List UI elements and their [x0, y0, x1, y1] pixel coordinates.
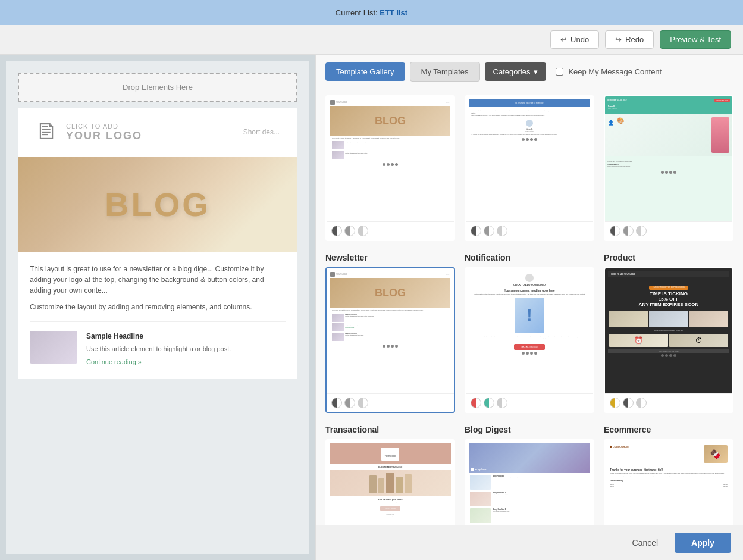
- transactional-card[interactable]: YOUR LOGO CLICK TO ADD YOUR LOGO: [325, 439, 455, 525]
- keep-content-label: Keep My Message Content: [568, 67, 662, 76]
- swatch-dark[interactable]: [610, 226, 620, 236]
- ecommerce-preview: ⬢ LOGOLORUM 🍫 Thanks for your purchase {…: [605, 440, 732, 525]
- undo-label: Undo: [570, 35, 589, 44]
- modal-footer: Cancel Apply: [316, 525, 743, 560]
- keep-content-option[interactable]: Keep My Message Content: [556, 67, 662, 76]
- swatch-light[interactable]: [358, 226, 368, 236]
- categories-label: Categories: [493, 67, 531, 76]
- newsletter-label: Newsletter: [325, 253, 455, 262]
- modal-header: Template Gallery My Templates Categories…: [316, 55, 743, 89]
- swatch-light[interactable]: [497, 226, 507, 236]
- paragraph1: This layout is great to use for a newsle…: [30, 264, 286, 296]
- preview-label: Preview & Test: [670, 35, 721, 44]
- swatch-mid[interactable]: [344, 398, 355, 408]
- swatch-light[interactable]: [636, 226, 647, 236]
- template-card-top-3[interactable]: September 17-18, 2019 REGISTER NOW Name …: [604, 95, 733, 241]
- undo-button[interactable]: ↩ Undo: [550, 30, 599, 49]
- notification-card[interactable]: CLICK TO ADD YOUR LOGO Your announcement…: [465, 267, 594, 413]
- undo-icon: ↩: [560, 35, 567, 44]
- swatch-light[interactable]: [358, 398, 368, 408]
- swatch-dark[interactable]: [331, 226, 342, 236]
- main-content: Drop Elements Here 🖹 CLICK TO ADD YOUR L…: [0, 55, 743, 560]
- transactional-section: Transactional YOUR LOGO CLICK TO ADD YOU…: [325, 423, 455, 525]
- apply-button[interactable]: Apply: [675, 533, 731, 553]
- swatch-teal[interactable]: [484, 398, 494, 408]
- swatch-red[interactable]: [471, 398, 481, 408]
- blog-digest-preview: ⬢ logolorum Blog Headline Short preview …: [466, 440, 593, 525]
- product-section: Product CLICK TO ADD YOUR LOGO HURRY! TH…: [604, 251, 733, 413]
- drop-zone-text: Drop Elements Here: [123, 83, 193, 92]
- swatch-light[interactable]: [497, 398, 507, 408]
- section-row-2: Transactional YOUR LOGO CLICK TO ADD YOU…: [325, 423, 733, 525]
- notification-swatches: [466, 393, 593, 412]
- swatch-dark[interactable]: [471, 226, 481, 236]
- apply-label: Apply: [691, 538, 714, 548]
- swatch-gold[interactable]: [610, 398, 620, 408]
- notification-preview: CLICK TO ADD YOUR LOGO Your announcement…: [466, 268, 593, 393]
- ecommerce-label: Ecommerce: [604, 425, 733, 434]
- tab-gallery-label: Template Gallery: [336, 67, 394, 76]
- swatch-light[interactable]: [636, 398, 647, 408]
- product-card[interactable]: CLICK TO ADD YOUR LOGO HURRY! THIS OFFER…: [604, 267, 733, 413]
- newsletter-section: Newsletter YOUR LOGO Short... BLOG: [325, 251, 455, 413]
- redo-button[interactable]: ↪ Redo: [605, 30, 654, 49]
- logo-text: CLICK TO ADD YOUR LOGO: [66, 123, 142, 142]
- blog-image: BLOG: [18, 157, 297, 252]
- swatch-mid[interactable]: [484, 226, 494, 236]
- redo-label: Redo: [625, 35, 644, 44]
- tab-gallery-button[interactable]: Template Gallery: [325, 62, 405, 81]
- click-to-add: CLICK TO ADD: [66, 123, 142, 130]
- article-image: [30, 331, 77, 364]
- continue-link[interactable]: Continue reading »: [86, 358, 142, 365]
- template-card-top-2[interactable]: Hi {firstname_fix}, Nice to meet you! A …: [465, 95, 594, 241]
- preview-button[interactable]: Preview & Test: [660, 30, 731, 49]
- top-row-cards: YOUR LOGO Short... BLOG This layout is g…: [325, 95, 733, 241]
- template-preview-top-2: Hi {firstname_fix}, Nice to meet you! A …: [466, 96, 593, 221]
- newsletter-card[interactable]: YOUR LOGO Short... BLOG This block is gr…: [325, 267, 455, 413]
- notification-label: Notification: [465, 253, 594, 262]
- drop-zone: Drop Elements Here: [18, 73, 297, 102]
- redo-icon: ↪: [615, 35, 622, 44]
- template-gallery-modal: Template Gallery My Templates Categories…: [315, 55, 743, 560]
- newsletter-preview: YOUR LOGO Short... BLOG This block is gr…: [327, 268, 454, 393]
- color-swatches-top-1: [327, 221, 454, 240]
- paragraph2: Customize the layout by adding and remov…: [30, 302, 286, 312]
- blog-digest-label: Blog Digest: [465, 425, 594, 434]
- template-card-top-1[interactable]: YOUR LOGO Short... BLOG This layout is g…: [325, 95, 455, 241]
- product-swatches: [605, 393, 732, 412]
- article-content: Sample Headline Use this article element…: [86, 331, 231, 367]
- ecommerce-card[interactable]: ⬢ LOGOLORUM 🍫 Thanks for your purchase {…: [604, 439, 733, 525]
- blog-digest-section: Blog Digest ⬢ logolorum: [465, 423, 594, 525]
- keep-content-checkbox[interactable]: [556, 68, 563, 76]
- categories-button[interactable]: Categories ▾: [485, 62, 547, 81]
- logo-area: 🖹 CLICK TO ADD YOUR LOGO Short des...: [18, 108, 297, 157]
- modal-body[interactable]: YOUR LOGO Short... BLOG This layout is g…: [316, 89, 743, 525]
- content-area: This layout is great to use for a newsle…: [18, 252, 297, 379]
- your-logo: YOUR LOGO: [66, 130, 142, 142]
- color-swatches-top-2: [466, 221, 593, 240]
- cancel-button[interactable]: Cancel: [623, 533, 668, 552]
- logo-icon: 🖹: [36, 120, 57, 145]
- article-row: Sample Headline Use this article element…: [30, 331, 286, 367]
- editor-inner: Drop Elements Here 🖹 CLICK TO ADD YOUR L…: [6, 61, 309, 554]
- tab-my-templates-button[interactable]: My Templates: [410, 62, 480, 82]
- cancel-label: Cancel: [632, 538, 659, 548]
- swatch-dark[interactable]: [331, 398, 342, 408]
- current-list-label: Current List:: [336, 8, 378, 17]
- top-bar: Current List: ETT list: [0, 0, 743, 25]
- blog-text-overlay: BLOG: [105, 185, 211, 224]
- ecommerce-section: Ecommerce ⬢ LOGOLORUM 🍫: [604, 423, 733, 525]
- short-description: Short des...: [243, 128, 280, 136]
- section-row-1: Newsletter YOUR LOGO Short... BLOG: [325, 251, 733, 413]
- swatch-mid[interactable]: [623, 226, 634, 236]
- newsletter-swatches: [327, 393, 454, 412]
- toolbar: ↩ Undo ↪ Redo Preview & Test: [0, 25, 743, 55]
- transactional-preview: YOUR LOGO CLICK TO ADD YOUR LOGO: [327, 440, 454, 525]
- blog-digest-card[interactable]: ⬢ logolorum Blog Headline Short preview …: [465, 439, 594, 525]
- editor-panel: Drop Elements Here 🖹 CLICK TO ADD YOUR L…: [0, 55, 315, 560]
- swatch-mid[interactable]: [344, 226, 355, 236]
- swatch-dark[interactable]: [623, 398, 634, 408]
- notification-section: Notification CLICK TO ADD YOUR LOGO Your…: [465, 251, 594, 413]
- template-preview-top-1: YOUR LOGO Short... BLOG This layout is g…: [327, 96, 454, 221]
- product-preview: CLICK TO ADD YOUR LOGO HURRY! THIS OFFER…: [605, 268, 732, 393]
